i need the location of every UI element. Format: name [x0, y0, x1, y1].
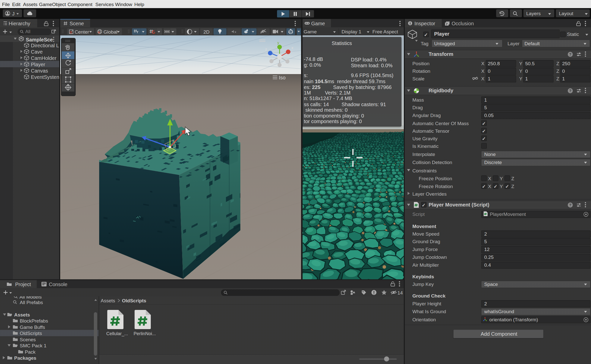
svg-text:?: ? — [569, 52, 572, 56]
svg-text:x: x — [291, 46, 293, 50]
svg-text:y: y — [277, 40, 279, 45]
svg-text:z: z — [265, 47, 267, 51]
svg-text:?: ? — [569, 203, 572, 207]
svg-text:?: ? — [569, 88, 572, 93]
svg-text:Iso: Iso — [279, 75, 286, 80]
